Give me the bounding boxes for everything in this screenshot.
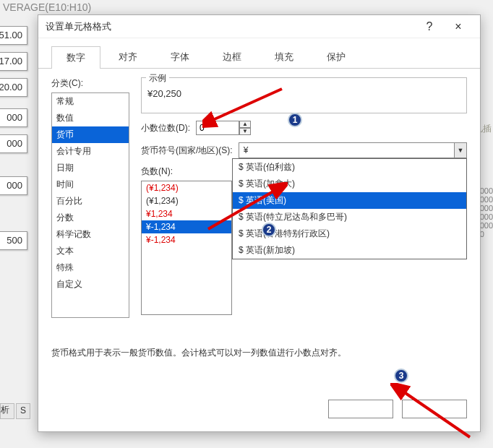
category-item[interactable]: 特殊 [52, 259, 129, 276]
annotation-marker-1: 1 [288, 113, 302, 127]
bg-num: 000 [480, 221, 493, 230]
currency-option[interactable]: $ 英语(美国) [233, 192, 466, 209]
decimal-label: 小数位数(D): [141, 122, 190, 134]
tab-fill[interactable]: 填充 [260, 46, 309, 68]
sheet-cell: 000 [0, 134, 27, 153]
category-item[interactable]: 常规 [52, 93, 129, 110]
tab-number[interactable]: 数字 [51, 46, 100, 69]
category-item[interactable]: 分数 [52, 210, 129, 226]
cancel-button[interactable]: 取消 [402, 400, 467, 418]
titlebar: 设置单元格格式 ? × [38, 15, 480, 38]
bg-num: 000 [480, 204, 493, 212]
tabs: 数字 对齐 字体 边框 填充 保护 [38, 38, 480, 69]
category-item[interactable]: 时间 [52, 176, 129, 193]
category-item[interactable]: 科学记数 [52, 226, 129, 243]
neg-item[interactable]: ¥-1,234 [142, 220, 231, 233]
category-label: 分类(C): [51, 77, 129, 90]
bg-num: 000 [480, 212, 493, 221]
chevron-down-icon[interactable]: ▼ [454, 142, 467, 158]
currency-option[interactable]: $ 英语(加拿大) [233, 176, 466, 192]
sheet-cell: 000 [0, 108, 27, 127]
tab-font[interactable]: 字体 [155, 46, 205, 68]
neg-item[interactable]: (¥1,234) [142, 181, 231, 194]
sheet-cell: 500 [0, 231, 27, 250]
currency-option[interactable]: $ 英语(伯利兹) [233, 159, 466, 176]
format-cells-dialog: 设置单元格格式 ? × 数字 对齐 字体 边框 填充 保护 分类(C): 常规 … [38, 14, 481, 432]
annotation-marker-2: 2 [262, 223, 276, 237]
category-list[interactable]: 常规 数值 货币 会计专用 日期 时间 百分比 分数 科学记数 文本 特殊 自定… [51, 92, 129, 318]
bg-num: 0 [480, 230, 493, 238]
spin-up[interactable]: ▲ [239, 121, 251, 128]
annotation-marker-3: 3 [394, 369, 408, 383]
sample-label: 示例 [146, 72, 169, 85]
symbol-label: 货币符号(国家/地区)(S): [141, 145, 233, 157]
category-item[interactable]: 日期 [52, 160, 129, 176]
sheet-cell: 000 [0, 176, 27, 195]
currency-dropdown[interactable]: $ 英语(伯利兹) $ 英语(加拿大) $ 英语(美国) $ 英语(特立尼达岛和… [232, 158, 467, 259]
currency-option[interactable]: $ 英语(新加坡) [233, 242, 466, 259]
sample-value: ¥20,250 [147, 88, 460, 99]
currency-combo[interactable]: ¥ ▼ [239, 142, 467, 158]
help-button[interactable]: ? [415, 20, 444, 33]
category-item[interactable]: 数值 [52, 110, 129, 126]
format-description: 货币格式用于表示一般货币数值。会计格式可以对一列数值进行小数点对齐。 [51, 347, 346, 359]
tab-border[interactable]: 边框 [207, 46, 257, 68]
category-item[interactable]: 会计专用 [52, 143, 129, 160]
neg-item[interactable]: ¥-1,234 [142, 233, 231, 246]
sample-box: 示例 ¥20,250 [141, 77, 467, 113]
tab-align[interactable]: 对齐 [103, 46, 153, 68]
sheet-cell: 17.00 [0, 52, 27, 71]
sheet-cell: 51.00 [0, 26, 27, 45]
ok-button[interactable]: 确定 [328, 400, 393, 418]
negative-list[interactable]: (¥1,234) (¥1,234) ¥1,234 ¥-1,234 ¥-1,234 [141, 181, 232, 315]
category-item[interactable]: 自定义 [52, 276, 129, 293]
bg-num: 000 [480, 195, 493, 204]
side-button[interactable]: 析 [0, 403, 14, 419]
neg-item[interactable]: ¥1,234 [142, 207, 231, 220]
decimal-input[interactable] [196, 121, 239, 135]
currency-value: ¥ [239, 142, 467, 158]
spin-down[interactable]: ▼ [239, 128, 251, 135]
neg-item[interactable]: (¥1,234) [142, 194, 231, 207]
bg-num: 000 [480, 186, 493, 195]
sheet-cell: 20.00 [0, 78, 27, 97]
formula-bar: VERAGE(E10:H10) [0, 0, 94, 14]
category-item[interactable]: 文本 [52, 243, 129, 259]
side-button[interactable]: S [16, 403, 30, 419]
dialog-title: 设置单元格格式 [46, 20, 415, 33]
close-button[interactable]: × [444, 20, 473, 33]
tab-protect[interactable]: 保护 [312, 46, 361, 68]
category-item[interactable]: 百分比 [52, 193, 129, 210]
category-item[interactable]: 货币 [52, 126, 129, 143]
